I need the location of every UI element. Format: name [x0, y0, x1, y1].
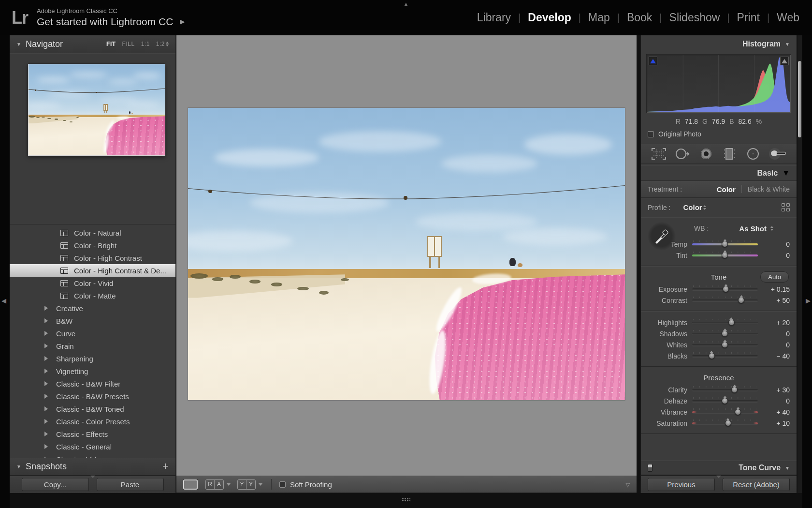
panel-toggle-switch[interactable] — [648, 464, 652, 472]
before-after-button[interactable]: R A — [205, 479, 224, 490]
loupe-view-button[interactable] — [183, 479, 198, 490]
slider-value[interactable]: + 20 — [758, 319, 790, 327]
slider-label[interactable]: Blacks — [648, 352, 692, 360]
wb-eyedropper-button[interactable] — [648, 222, 676, 250]
right-panel-edge[interactable]: ▶ — [802, 35, 812, 508]
slider-value[interactable]: + 0.15 — [758, 285, 790, 293]
preset-color-high-contrast-de[interactable]: Color - High Contrast & De... — [10, 264, 175, 277]
after-label[interactable]: A — [215, 480, 223, 489]
slider-label[interactable]: Vibrance — [648, 408, 692, 416]
zoom-spinner-icon[interactable] — [166, 42, 169, 46]
graduated-filter-icon[interactable] — [721, 147, 738, 161]
crop-overlay-icon[interactable] — [651, 147, 667, 161]
slider-track[interactable] — [692, 422, 758, 424]
zoom-mode-1-1[interactable]: 1:1 — [141, 41, 150, 47]
split-view-button[interactable]: Y Y — [237, 479, 256, 490]
module-map[interactable]: Map — [588, 11, 610, 24]
radial-filter-icon[interactable] — [745, 147, 761, 161]
module-library[interactable]: Library — [477, 11, 511, 24]
module-slideshow[interactable]: Slideshow — [669, 11, 720, 24]
toolbar-options-icon[interactable]: ▽ — [626, 482, 630, 488]
slider-knob[interactable] — [738, 297, 744, 303]
histogram-header[interactable]: Histogram ▼ — [641, 35, 797, 53]
slider-knob[interactable] — [725, 420, 731, 426]
paste-button[interactable]: Paste — [97, 478, 164, 491]
preset-group-classic-effects[interactable]: Classic - Effects — [10, 428, 175, 440]
soft-proofing-checkbox[interactable] — [279, 481, 286, 488]
slider-label[interactable]: Whites — [648, 341, 692, 349]
module-develop[interactable]: Develop — [528, 11, 571, 24]
profile-value[interactable]: Color — [683, 203, 702, 211]
slider-label[interactable]: Highlights — [648, 319, 692, 327]
preset-group-creative[interactable]: Creative — [10, 302, 175, 314]
slider-knob[interactable] — [728, 319, 735, 326]
slider-label[interactable]: Contrast — [648, 297, 692, 304]
preset-group-classic-b-w-toned[interactable]: Classic - B&W Toned — [10, 403, 175, 415]
preset-color-natural[interactable]: Color - Natural — [10, 226, 175, 239]
highlight-clipping-indicator[interactable] — [780, 57, 789, 65]
slider-knob[interactable] — [723, 286, 729, 292]
slider-track[interactable] — [692, 254, 758, 256]
slider-value[interactable]: 0 — [758, 341, 790, 349]
slider-label[interactable]: Clarity — [648, 386, 692, 394]
slider-knob[interactable] — [722, 342, 728, 348]
preset-color-matte[interactable]: Color - Matte — [10, 289, 175, 302]
panel-collapse-up-icon[interactable]: ▲ — [404, 1, 409, 7]
slider-value[interactable]: 0 — [758, 330, 790, 338]
slider-knob[interactable] — [722, 252, 728, 258]
previous-button[interactable]: Previous — [648, 478, 715, 491]
slider-track[interactable] — [692, 411, 758, 413]
slider-label[interactable]: Dehaze — [648, 397, 692, 405]
navigator-preview[interactable] — [28, 64, 165, 156]
slider-value[interactable]: + 30 — [758, 386, 790, 394]
slider-value[interactable]: + 50 — [758, 297, 790, 304]
preset-group-classic-b-w-presets[interactable]: Classic - B&W Presets — [10, 390, 175, 403]
get-started-link[interactable]: Get started with Lightroom CC — [37, 15, 173, 28]
slider-track[interactable] — [692, 322, 758, 324]
slider-knob[interactable] — [722, 330, 728, 337]
play-arrow-icon[interactable]: ▶ — [180, 18, 185, 26]
preset-group-classic-general[interactable]: Classic - General — [10, 440, 175, 453]
basic-panel-header[interactable]: Basic ▼ — [641, 165, 797, 180]
red-eye-icon[interactable] — [698, 147, 714, 161]
chevron-down-icon[interactable] — [227, 483, 231, 486]
copy-button[interactable]: Copy... — [22, 478, 89, 491]
slider-track[interactable] — [692, 243, 758, 245]
preset-group-classic-color-presets[interactable]: Classic - Color Presets — [10, 415, 175, 428]
histogram[interactable] — [647, 55, 791, 113]
navigator-header[interactable]: ▼ Navigator FITFILL1:11:2 — [10, 35, 175, 53]
slider-value[interactable]: + 40 — [758, 408, 790, 416]
zoom-mode-1-2[interactable]: 1:2 — [156, 41, 165, 47]
treatment-color-option[interactable]: Color — [717, 185, 736, 194]
preset-color-bright[interactable]: Color - Bright — [10, 239, 175, 252]
slider-label[interactable]: Saturation — [648, 419, 692, 427]
spot-removal-icon[interactable] — [674, 147, 691, 161]
slider-knob[interactable] — [722, 398, 728, 404]
preset-color-high-contrast[interactable]: Color - High Contrast — [10, 252, 175, 264]
slider-knob[interactable] — [735, 409, 741, 415]
slider-track[interactable] — [692, 288, 758, 290]
preset-group-vignetting[interactable]: Vignetting — [10, 365, 175, 377]
module-print[interactable]: Print — [737, 11, 760, 24]
slider-track[interactable] — [692, 333, 758, 335]
profile-browser-icon[interactable] — [782, 203, 790, 211]
slider-label[interactable]: Shadows — [648, 330, 692, 338]
slider-label[interactable]: Tint — [648, 252, 692, 259]
slider-value[interactable]: + 10 — [758, 419, 790, 427]
slider-value[interactable]: 0 — [758, 240, 790, 248]
slider-value[interactable]: 0 — [758, 252, 790, 259]
slider-knob[interactable] — [709, 353, 715, 359]
slider-track[interactable] — [692, 355, 758, 357]
zoom-mode-fit[interactable]: FIT — [106, 41, 116, 47]
soft-proofing-label[interactable]: Soft Proofing — [290, 480, 332, 489]
module-web[interactable]: Web — [777, 11, 799, 24]
slider-knob[interactable] — [731, 387, 738, 393]
zoom-mode-fill[interactable]: FILL — [122, 41, 135, 47]
shadow-clipping-indicator[interactable] — [649, 57, 657, 65]
slider-track[interactable] — [692, 299, 758, 301]
filmstrip-grip-icon[interactable] — [402, 498, 410, 502]
auto-tone-button[interactable]: Auto — [760, 271, 789, 283]
collapse-right-icon[interactable]: ▶ — [806, 297, 811, 304]
main-photo[interactable] — [188, 108, 625, 400]
tone-curve-header[interactable]: Tone Curve ▼ — [641, 461, 797, 476]
